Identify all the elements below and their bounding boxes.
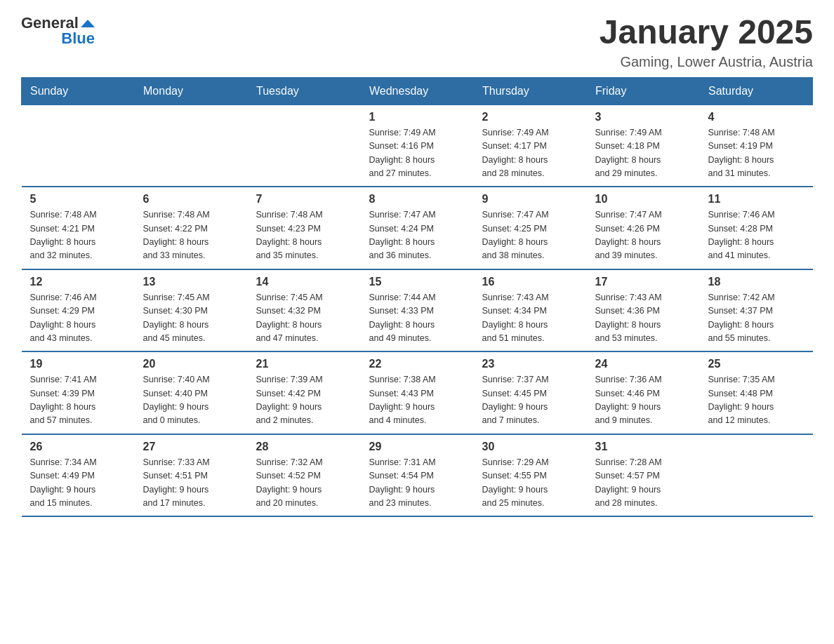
day-info: Sunrise: 7:43 AMSunset: 4:34 PMDaylight:… (482, 291, 578, 346)
day-number: 26 (30, 441, 126, 453)
day-info: Sunrise: 7:46 AMSunset: 4:28 PMDaylight:… (708, 208, 805, 263)
day-info: Sunrise: 7:48 AMSunset: 4:22 PMDaylight:… (143, 208, 239, 263)
day-info: Sunrise: 7:47 AMSunset: 4:24 PMDaylight:… (369, 208, 465, 263)
calendar-cell: 6Sunrise: 7:48 AMSunset: 4:22 PMDaylight… (135, 187, 248, 269)
calendar-week-4: 19Sunrise: 7:41 AMSunset: 4:39 PMDayligh… (22, 351, 813, 434)
calendar-cell: 19Sunrise: 7:41 AMSunset: 4:39 PMDayligh… (22, 351, 135, 434)
calendar-week-5: 26Sunrise: 7:34 AMSunset: 4:49 PMDayligh… (22, 434, 813, 517)
calendar-title: January 2025 (600, 14, 813, 51)
calendar-cell: 29Sunrise: 7:31 AMSunset: 4:54 PMDayligh… (361, 434, 474, 517)
weekday-header-tuesday: Tuesday (248, 77, 361, 105)
calendar-header: SundayMondayTuesdayWednesdayThursdayFrid… (22, 77, 813, 105)
day-number: 7 (256, 193, 352, 206)
calendar-cell (22, 105, 135, 187)
day-info: Sunrise: 7:49 AMSunset: 4:16 PMDaylight:… (369, 126, 465, 181)
day-number: 17 (595, 276, 691, 288)
day-info: Sunrise: 7:38 AMSunset: 4:43 PMDaylight:… (369, 373, 465, 428)
day-number: 13 (143, 276, 239, 288)
day-info: Sunrise: 7:36 AMSunset: 4:46 PMDaylight:… (595, 373, 691, 428)
calendar-cell: 16Sunrise: 7:43 AMSunset: 4:34 PMDayligh… (474, 269, 587, 352)
day-info: Sunrise: 7:48 AMSunset: 4:23 PMDaylight:… (256, 208, 352, 263)
calendar-cell: 2Sunrise: 7:49 AMSunset: 4:17 PMDaylight… (474, 105, 587, 187)
day-info: Sunrise: 7:41 AMSunset: 4:39 PMDaylight:… (30, 373, 126, 428)
day-info: Sunrise: 7:33 AMSunset: 4:51 PMDaylight:… (143, 456, 239, 511)
day-number: 6 (143, 193, 239, 206)
calendar-cell: 4Sunrise: 7:48 AMSunset: 4:19 PMDaylight… (700, 105, 813, 187)
calendar-cell: 15Sunrise: 7:44 AMSunset: 4:33 PMDayligh… (361, 269, 474, 352)
calendar-cell: 7Sunrise: 7:48 AMSunset: 4:23 PMDaylight… (248, 187, 361, 269)
calendar-cell: 12Sunrise: 7:46 AMSunset: 4:29 PMDayligh… (22, 269, 135, 352)
weekday-header-wednesday: Wednesday (361, 77, 474, 105)
day-info: Sunrise: 7:47 AMSunset: 4:26 PMDaylight:… (595, 208, 691, 263)
calendar-body: 1Sunrise: 7:49 AMSunset: 4:16 PMDaylight… (22, 105, 813, 516)
day-number: 30 (482, 441, 578, 453)
day-number: 28 (256, 441, 352, 453)
day-number: 18 (708, 276, 805, 288)
calendar-cell: 21Sunrise: 7:39 AMSunset: 4:42 PMDayligh… (248, 351, 361, 434)
calendar-cell (135, 105, 248, 187)
weekday-header-thursday: Thursday (474, 77, 587, 105)
calendar-cell: 1Sunrise: 7:49 AMSunset: 4:16 PMDaylight… (361, 105, 474, 187)
day-info: Sunrise: 7:37 AMSunset: 4:45 PMDaylight:… (482, 373, 578, 428)
title-block: January 2025 Gaming, Lower Austria, Aust… (600, 14, 813, 70)
calendar-cell: 23Sunrise: 7:37 AMSunset: 4:45 PMDayligh… (474, 351, 587, 434)
day-info: Sunrise: 7:49 AMSunset: 4:17 PMDaylight:… (482, 126, 578, 181)
day-number: 12 (30, 276, 126, 288)
calendar-table: SundayMondayTuesdayWednesdayThursdayFrid… (21, 77, 813, 518)
calendar-cell: 5Sunrise: 7:48 AMSunset: 4:21 PMDaylight… (22, 187, 135, 269)
calendar-cell: 10Sunrise: 7:47 AMSunset: 4:26 PMDayligh… (587, 187, 700, 269)
day-info: Sunrise: 7:45 AMSunset: 4:30 PMDaylight:… (143, 291, 239, 346)
day-info: Sunrise: 7:35 AMSunset: 4:48 PMDaylight:… (708, 373, 805, 428)
day-number: 2 (482, 111, 578, 123)
calendar-cell: 27Sunrise: 7:33 AMSunset: 4:51 PMDayligh… (135, 434, 248, 517)
day-number: 3 (595, 111, 691, 123)
calendar-cell: 9Sunrise: 7:47 AMSunset: 4:25 PMDaylight… (474, 187, 587, 269)
day-info: Sunrise: 7:29 AMSunset: 4:55 PMDaylight:… (482, 456, 578, 511)
calendar-cell: 24Sunrise: 7:36 AMSunset: 4:46 PMDayligh… (587, 351, 700, 434)
calendar-cell: 20Sunrise: 7:40 AMSunset: 4:40 PMDayligh… (135, 351, 248, 434)
day-info: Sunrise: 7:44 AMSunset: 4:33 PMDaylight:… (369, 291, 465, 346)
day-number: 25 (708, 358, 805, 370)
day-number: 11 (708, 193, 805, 206)
day-info: Sunrise: 7:40 AMSunset: 4:40 PMDaylight:… (143, 373, 239, 428)
day-info: Sunrise: 7:48 AMSunset: 4:19 PMDaylight:… (708, 126, 805, 181)
day-info: Sunrise: 7:47 AMSunset: 4:25 PMDaylight:… (482, 208, 578, 263)
day-number: 10 (595, 193, 691, 206)
calendar-cell: 31Sunrise: 7:28 AMSunset: 4:57 PMDayligh… (587, 434, 700, 517)
calendar-week-1: 1Sunrise: 7:49 AMSunset: 4:16 PMDaylight… (22, 105, 813, 187)
day-number: 4 (708, 111, 805, 123)
weekday-header-row: SundayMondayTuesdayWednesdayThursdayFrid… (22, 77, 813, 105)
logo: General Blue (21, 14, 95, 48)
day-number: 23 (482, 358, 578, 370)
day-number: 1 (369, 111, 465, 123)
day-number: 20 (143, 358, 239, 370)
calendar-cell: 25Sunrise: 7:35 AMSunset: 4:48 PMDayligh… (700, 351, 813, 434)
calendar-cell: 30Sunrise: 7:29 AMSunset: 4:55 PMDayligh… (474, 434, 587, 517)
day-number: 24 (595, 358, 691, 370)
calendar-week-2: 5Sunrise: 7:48 AMSunset: 4:21 PMDaylight… (22, 187, 813, 269)
weekday-header-monday: Monday (135, 77, 248, 105)
calendar-cell: 26Sunrise: 7:34 AMSunset: 4:49 PMDayligh… (22, 434, 135, 517)
day-info: Sunrise: 7:28 AMSunset: 4:57 PMDaylight:… (595, 456, 691, 511)
day-number: 22 (369, 358, 465, 370)
calendar-cell (700, 434, 813, 517)
day-number: 27 (143, 441, 239, 453)
calendar-cell: 14Sunrise: 7:45 AMSunset: 4:32 PMDayligh… (248, 269, 361, 352)
calendar-cell (248, 105, 361, 187)
calendar-cell: 13Sunrise: 7:45 AMSunset: 4:30 PMDayligh… (135, 269, 248, 352)
day-number: 29 (369, 441, 465, 453)
day-info: Sunrise: 7:39 AMSunset: 4:42 PMDaylight:… (256, 373, 352, 428)
day-info: Sunrise: 7:49 AMSunset: 4:18 PMDaylight:… (595, 126, 691, 181)
day-info: Sunrise: 7:45 AMSunset: 4:32 PMDaylight:… (256, 291, 352, 346)
page-header: General Blue January 2025 Gaming, Lower … (21, 14, 813, 70)
logo-blue-text: Blue (61, 29, 95, 48)
calendar-cell: 3Sunrise: 7:49 AMSunset: 4:18 PMDaylight… (587, 105, 700, 187)
weekday-header-saturday: Saturday (700, 77, 813, 105)
day-number: 8 (369, 193, 465, 206)
calendar-cell: 8Sunrise: 7:47 AMSunset: 4:24 PMDaylight… (361, 187, 474, 269)
logo-triangle-icon (81, 20, 95, 27)
day-info: Sunrise: 7:42 AMSunset: 4:37 PMDaylight:… (708, 291, 805, 346)
day-info: Sunrise: 7:32 AMSunset: 4:52 PMDaylight:… (256, 456, 352, 511)
day-number: 31 (595, 441, 691, 453)
day-number: 5 (30, 193, 126, 206)
